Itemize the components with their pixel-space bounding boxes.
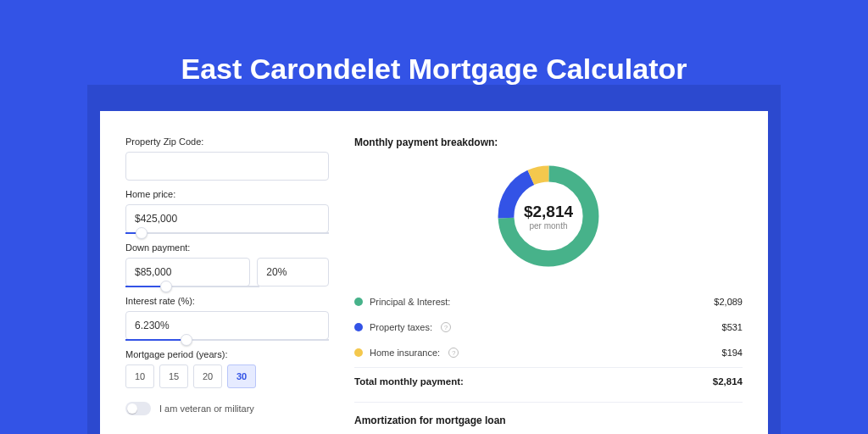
home-price-group: Home price: [125, 189, 329, 234]
down-payment-slider[interactable] [125, 286, 259, 287]
period-buttons: 10 15 20 30 [125, 364, 329, 388]
down-payment-slider-thumb[interactable] [160, 281, 172, 292]
veteran-row: I am veteran or military [125, 402, 329, 415]
donut-wrap: $2,814 per month [354, 160, 743, 272]
calculator-card: Property Zip Code: Home price: Down paym… [100, 111, 768, 434]
total-label: Total monthly payment: [354, 376, 464, 387]
period-btn-20[interactable]: 20 [193, 364, 222, 388]
interest-rate-slider-thumb[interactable] [181, 334, 192, 346]
period-btn-10[interactable]: 10 [125, 364, 154, 388]
veteran-toggle[interactable] [125, 402, 151, 415]
down-payment-label: Down payment: [125, 242, 329, 253]
down-payment-group: Down payment: [125, 242, 329, 287]
dot-icon [354, 298, 363, 306]
interest-rate-group: Interest rate (%): [125, 296, 329, 341]
total-value: $2,814 [713, 376, 743, 387]
zip-label: Property Zip Code: [125, 136, 329, 147]
dot-icon [354, 348, 363, 357]
donut-center: $2,814 per month [492, 160, 604, 272]
dot-icon [354, 323, 363, 331]
donut-amount: $2,814 [524, 203, 573, 221]
period-btn-15[interactable]: 15 [159, 364, 188, 388]
home-price-input[interactable] [125, 204, 329, 233]
home-price-label: Home price: [125, 189, 329, 199]
veteran-label: I am veteran or military [159, 403, 254, 414]
donut-chart: $2,814 per month [492, 160, 604, 272]
interest-rate-slider[interactable] [125, 339, 329, 341]
zip-input[interactable] [125, 152, 329, 181]
legend-row-taxes: Property taxes: ? $531 [354, 314, 743, 340]
veteran-toggle-knob [127, 403, 137, 414]
interest-rate-input[interactable] [125, 311, 329, 340]
legend-row-principal: Principal & Interest: $2,089 [354, 289, 743, 314]
info-icon[interactable]: ? [448, 348, 459, 358]
legend-value-principal: $2,089 [714, 297, 743, 307]
period-btn-30[interactable]: 30 [227, 364, 256, 388]
amortization-title: Amortization for mortgage loan [354, 415, 743, 426]
zip-field-group: Property Zip Code: [125, 136, 329, 181]
legend-value-taxes: $531 [722, 322, 743, 332]
home-price-slider-thumb[interactable] [136, 227, 147, 239]
down-payment-pct-input[interactable] [257, 258, 329, 287]
home-price-slider[interactable] [125, 232, 329, 234]
period-group: Mortgage period (years): 10 15 20 30 [125, 349, 329, 388]
legend-value-insurance: $194 [722, 348, 743, 358]
legend-label-principal: Principal & Interest: [370, 297, 450, 307]
period-label: Mortgage period (years): [125, 349, 329, 359]
legend-label-insurance: Home insurance: [370, 348, 440, 358]
down-payment-input[interactable] [125, 258, 250, 287]
donut-sub: per month [529, 221, 567, 231]
amortization-section: Amortization for mortgage loan Amortizat… [354, 402, 743, 434]
info-icon[interactable]: ? [441, 322, 451, 332]
legend-label-taxes: Property taxes: [370, 322, 432, 332]
interest-rate-label: Interest rate (%): [125, 296, 329, 306]
legend-row-insurance: Home insurance: ? $194 [354, 340, 743, 365]
total-row: Total monthly payment: $2,814 [354, 367, 743, 395]
breakdown-title: Monthly payment breakdown: [354, 136, 743, 148]
inputs-column: Property Zip Code: Home price: Down paym… [125, 136, 329, 434]
breakdown-column: Monthly payment breakdown: $2,814 per mo… [354, 136, 743, 434]
